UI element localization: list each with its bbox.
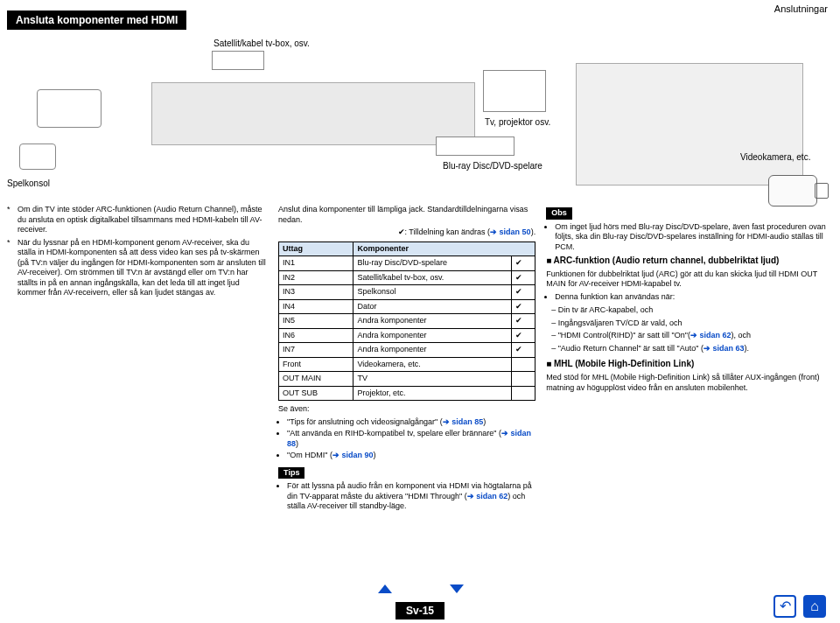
obs-tag: Obs bbox=[546, 207, 572, 220]
device-console bbox=[19, 144, 56, 170]
mhl-heading: MHL (Mobile High-Definition Link) bbox=[546, 359, 833, 370]
next-page-icon[interactable] bbox=[450, 584, 464, 593]
arc-cond-3: – "HDMI Control(RIHD)" är satt till "On"… bbox=[546, 331, 833, 341]
receiver-front-panel bbox=[576, 63, 803, 186]
label-bluray: Blu-ray Disc/DVD-spelare bbox=[443, 161, 542, 171]
table-row: OUT MAINTV bbox=[279, 372, 536, 387]
device-laptop bbox=[37, 89, 102, 128]
link-sidan50[interactable]: sidan 50 bbox=[500, 228, 531, 236]
back-button[interactable] bbox=[774, 595, 796, 618]
home-button[interactable] bbox=[803, 595, 826, 618]
page-category: Anslutningar bbox=[774, 4, 828, 14]
list-item: "Att använda en RIHD-kompatibel tv, spel… bbox=[287, 429, 536, 449]
table-row: IN6Andra komponenter✔ bbox=[279, 328, 536, 343]
see-also: Se även: bbox=[278, 404, 536, 415]
th-komponenter: Komponenter bbox=[354, 242, 536, 256]
prev-page-icon[interactable] bbox=[378, 584, 392, 593]
link-sidan62a[interactable]: sidan 62 bbox=[476, 492, 508, 500]
table-row: FrontVideokamera, etc. bbox=[279, 357, 536, 372]
link-sidan90[interactable]: sidan 90 bbox=[341, 451, 373, 459]
list-item: "Om HDMI" (➔ sidan 90) bbox=[287, 451, 536, 461]
connection-diagram: Satellit/kabel tv-box, osv. Dator Tv, pr… bbox=[7, 38, 833, 196]
th-uttag: Uttag bbox=[279, 242, 354, 256]
footnote-1: Om din TV inte stöder ARC-funktionen (Au… bbox=[18, 205, 268, 235]
label-camcorder: Videokamera, etc. bbox=[740, 152, 810, 162]
arc-p1: Funktionen för dubbelriktat ljud (ARC) g… bbox=[546, 270, 833, 290]
column-left: *Om din TV inte stöder ARC-funktionen (A… bbox=[7, 205, 268, 515]
footnote-2: När du lyssnar på en HDMI-komponent geno… bbox=[18, 238, 268, 298]
legend-pre: ✔: Tilldelning kan ändras ( bbox=[398, 228, 491, 236]
arc-cond-1: – Din tv är ARC-kapabel, och bbox=[546, 305, 833, 316]
page-number: Sv-15 bbox=[396, 602, 444, 620]
link-sidan63[interactable]: sidan 63 bbox=[713, 344, 745, 353]
column-middle: Anslut dina komponenter till lämpliga ja… bbox=[278, 205, 536, 515]
link-sidan85[interactable]: sidan 85 bbox=[452, 417, 483, 426]
arc-heading: ARC-funktion (Audio return channel, dubb… bbox=[546, 256, 833, 267]
legend-post: ). bbox=[531, 228, 536, 236]
page-footer: Sv-15 bbox=[0, 602, 840, 620]
table-row: IN5Andra komponenter✔ bbox=[279, 314, 536, 329]
section-title: Ansluta komponenter med HDMI bbox=[7, 10, 186, 30]
list-item: "Tips för anslutning och videosignalgång… bbox=[287, 417, 536, 428]
device-bluray bbox=[436, 136, 514, 156]
arc-cond-2: – Ingångsväljaren TV/CD är vald, och bbox=[546, 318, 833, 329]
arc-when: Denna funktion kan användas när: bbox=[555, 292, 833, 303]
column-right: Obs Om inget ljud hörs med Blu-ray Disc/… bbox=[546, 205, 833, 515]
arc-cond-4: – "Audio Return Channel" är satt till "A… bbox=[546, 344, 833, 354]
table-row: IN4Dator✔ bbox=[279, 299, 536, 314]
tips-tag: Tips bbox=[278, 467, 304, 480]
table-row: OUT SUBProjektor, etc. bbox=[279, 386, 536, 401]
table-row: IN2Satellit/kabel tv-box, osv.✔ bbox=[279, 270, 536, 285]
label-tv: Tv, projektor osv. bbox=[485, 117, 550, 127]
table-row: IN7Andra komponenter✔ bbox=[279, 343, 536, 358]
device-satellite bbox=[212, 51, 264, 70]
tips-item: För att lyssna på audio från en komponen… bbox=[287, 481, 536, 512]
table-row: IN3Spelkonsol✔ bbox=[279, 285, 536, 300]
obs-item: Om inget ljud hörs med Blu-ray Disc/DVD-… bbox=[555, 222, 833, 253]
label-satellite: Satellit/kabel tv-box, osv. bbox=[214, 38, 310, 48]
connect-intro: Anslut dina komponenter till lämpliga ja… bbox=[278, 205, 536, 225]
device-tv bbox=[483, 70, 546, 112]
link-sidan62b[interactable]: sidan 62 bbox=[699, 331, 731, 340]
device-camcorder bbox=[768, 175, 817, 206]
label-console: Spelkonsol bbox=[7, 178, 50, 188]
jack-table: UttagKomponenter IN1Blu-ray Disc/DVD-spe… bbox=[278, 242, 536, 402]
table-row: IN1Blu-ray Disc/DVD-spelare✔ bbox=[279, 256, 536, 271]
receiver-back-panel bbox=[151, 82, 475, 145]
mhl-text: Med stöd för MHL (Mobile High-Definition… bbox=[546, 373, 833, 393]
